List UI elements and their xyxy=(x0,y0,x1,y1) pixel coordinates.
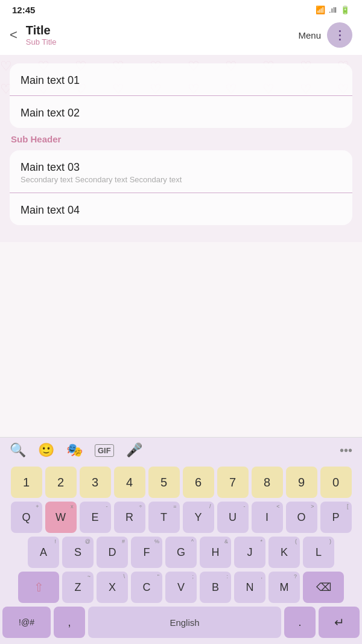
key-m-sub: ? xyxy=(294,573,297,579)
key-b-sub: : xyxy=(226,573,228,579)
shift-key[interactable]: ⇧ xyxy=(18,572,59,603)
keyboard-number-row: 1 2 3 4 5 6 7 8 9 0 xyxy=(2,467,360,498)
key-o-sub: > xyxy=(311,503,314,509)
key-p[interactable]: [P xyxy=(320,502,352,533)
keyboard-area: 🔍 🙂 🎭 GIF 🎤 ••• 1 2 3 4 5 6 7 8 9 0 +Q x… xyxy=(0,437,362,644)
key-x-sub: \ xyxy=(123,573,125,579)
key-k-sub: ( xyxy=(295,538,297,544)
menu-dots-icon: ⋮ xyxy=(334,28,346,42)
key-s-sub: @ xyxy=(85,538,91,544)
key-g[interactable]: ^G xyxy=(165,537,197,568)
list-item-2[interactable]: Main text 02 xyxy=(10,95,352,128)
key-d[interactable]: #D xyxy=(97,537,128,568)
key-l[interactable]: )L xyxy=(303,537,334,568)
keyboard-gif-button[interactable]: GIF xyxy=(95,444,114,457)
key-t[interactable]: =T xyxy=(148,502,180,533)
list-card-group1: Main text 01 Main text 02 xyxy=(10,63,352,128)
keyboard-search-icon[interactable]: 🔍 xyxy=(10,442,26,458)
content-area: Main text 01 Main text 02 Sub Header Mai… xyxy=(0,55,362,242)
key-n-sub: , xyxy=(261,573,262,579)
keyboard-row3: ⇧ ~Z \X "C ;V :B ,N ?M ⌫ xyxy=(2,572,360,603)
key-c-sub: " xyxy=(157,573,159,579)
key-k[interactable]: (K xyxy=(268,537,300,568)
menu-button[interactable]: ⋮ xyxy=(327,22,352,48)
key-f[interactable]: %F xyxy=(131,537,162,568)
key-6[interactable]: 6 xyxy=(183,467,214,498)
key-e[interactable]: -E xyxy=(80,502,111,533)
key-v-sub: ; xyxy=(192,573,194,579)
key-x[interactable]: \X xyxy=(97,572,128,603)
key-u-sub: - xyxy=(244,503,246,509)
keyboard-more-icon[interactable]: ••• xyxy=(340,444,352,457)
space-key[interactable]: English xyxy=(88,607,281,638)
keyboard-sticker-icon[interactable]: 🎭 xyxy=(66,442,83,458)
menu-label: Menu xyxy=(298,30,321,40)
keyboard-row1: +Q xW -E ÷R =T /Y -U <I xyxy=(2,502,360,533)
key-4[interactable]: 4 xyxy=(114,467,145,498)
key-h-sub: & xyxy=(224,538,228,544)
key-d-sub: # xyxy=(122,538,125,544)
key-3[interactable]: 3 xyxy=(80,467,111,498)
list-item-1[interactable]: Main text 01 xyxy=(10,63,352,95)
list-item-4[interactable]: Main text 04 xyxy=(10,193,352,225)
key-u[interactable]: -U xyxy=(217,502,249,533)
period-key[interactable]: . xyxy=(284,607,316,638)
enter-key[interactable]: ↵ xyxy=(319,607,360,638)
status-time: 12:45 xyxy=(12,5,35,15)
shift-icon: ⇧ xyxy=(34,580,44,595)
key-r[interactable]: ÷R xyxy=(114,502,145,533)
key-b[interactable]: :B xyxy=(200,572,231,603)
list-item-3[interactable]: Main text 03 Secondary text Secondary te… xyxy=(10,150,352,193)
key-y[interactable]: /Y xyxy=(183,502,214,533)
key-z[interactable]: ~Z xyxy=(62,572,94,603)
key-j-sub: * xyxy=(260,538,262,544)
keyboard-mic-icon[interactable]: 🎤 xyxy=(126,442,142,458)
battery-icon: 🔋 xyxy=(340,5,350,14)
key-q-sub: + xyxy=(36,503,39,509)
key-1[interactable]: 1 xyxy=(11,467,42,498)
key-r-sub: ÷ xyxy=(139,503,142,509)
key-m[interactable]: ?M xyxy=(268,572,300,603)
key-2[interactable]: 2 xyxy=(45,467,77,498)
keyboard-emoji-icon[interactable]: 🙂 xyxy=(38,442,54,458)
comma-key[interactable]: , xyxy=(54,607,85,638)
back-button[interactable]: < xyxy=(7,25,24,45)
symbols-key[interactable]: !@# xyxy=(2,607,51,638)
key-i[interactable]: <I xyxy=(252,502,283,533)
key-a[interactable]: !A xyxy=(28,537,59,568)
key-w[interactable]: xW xyxy=(45,502,77,533)
keyboard-row2: !A @S #D %F ^G &H *J (K xyxy=(2,537,360,568)
signal-icon: .ıll xyxy=(329,5,337,14)
key-9[interactable]: 9 xyxy=(286,467,317,498)
key-5[interactable]: 5 xyxy=(148,467,180,498)
key-s[interactable]: @S xyxy=(62,537,94,568)
keyboard: 1 2 3 4 5 6 7 8 9 0 +Q xW -E ÷R xyxy=(0,463,362,644)
key-c[interactable]: "C xyxy=(131,572,162,603)
header-right: Menu ⋮ xyxy=(298,22,352,48)
key-i-sub: < xyxy=(276,503,279,509)
status-bar: 12:45 📶 .ıll 🔋 xyxy=(0,0,362,18)
key-y-sub: / xyxy=(209,503,211,509)
enter-icon: ↵ xyxy=(334,615,345,630)
wifi-icon: 📶 xyxy=(316,5,325,14)
header-subtitle: Sub Title xyxy=(26,37,299,46)
key-t-sub: = xyxy=(173,503,176,509)
key-j[interactable]: *J xyxy=(234,537,265,568)
header: < Title Sub Title Menu ⋮ xyxy=(0,18,362,55)
key-7[interactable]: 7 xyxy=(217,467,249,498)
key-o[interactable]: >O xyxy=(286,502,317,533)
header-title-group: Title Sub Title xyxy=(26,24,299,46)
key-v[interactable]: ;V xyxy=(165,572,197,603)
key-h[interactable]: &H xyxy=(200,537,231,568)
header-title: Title xyxy=(26,24,299,37)
key-g-sub: ^ xyxy=(191,538,194,544)
key-n[interactable]: ,N xyxy=(234,572,265,603)
key-0[interactable]: 0 xyxy=(320,467,352,498)
key-q[interactable]: +Q xyxy=(11,502,42,533)
keyboard-toolbar: 🔍 🙂 🎭 GIF 🎤 ••• xyxy=(0,437,362,463)
key-l-sub: ) xyxy=(329,538,331,544)
key-w-sub: x xyxy=(71,503,74,509)
backspace-key[interactable]: ⌫ xyxy=(303,572,344,603)
key-a-sub: ! xyxy=(54,538,56,544)
key-8[interactable]: 8 xyxy=(252,467,283,498)
